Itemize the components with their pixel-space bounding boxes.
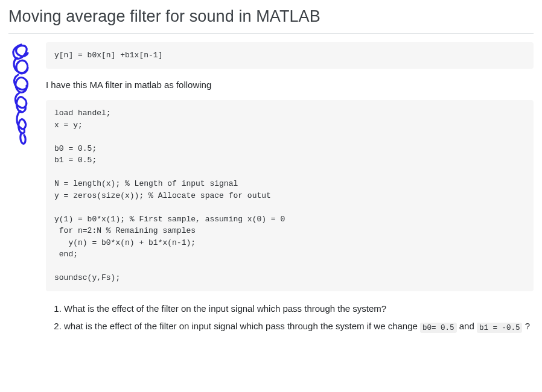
question-2-after: ? [522,321,530,331]
inline-code-b0: b0= 0.5 [420,323,457,333]
vote-column [8,42,34,146]
question-item-2: what is the effect of the filter on inpu… [64,320,534,333]
question-item-1: What is the effect of the filter on the … [64,302,534,315]
equation-code-block: y[n] = b0x[n] +b1x[n-1] [46,42,534,69]
inline-code-b1: b1 = -0.5 [477,323,523,333]
question-2-text-before: what is the effect of the filter on inpu… [64,321,420,331]
page-title: Moving average filter for sound in MATLA… [8,7,534,26]
vote-scribble-icon [11,43,31,146]
question-list: What is the effect of the filter on the … [46,302,534,334]
title-divider [8,33,534,34]
post-row: y[n] = b0x[n] +b1x[n-1] I have this MA f… [8,42,534,338]
post-body: y[n] = b0x[n] +b1x[n-1] I have this MA f… [46,42,534,338]
question-2-mid: and [457,321,477,331]
main-code-block: load handel; x = y; b0 = 0.5; b1 = 0.5; … [46,100,534,291]
question-1-text: What is the effect of the filter on the … [64,303,386,314]
intro-paragraph: I have this MA filter in matlab as follo… [46,78,534,92]
